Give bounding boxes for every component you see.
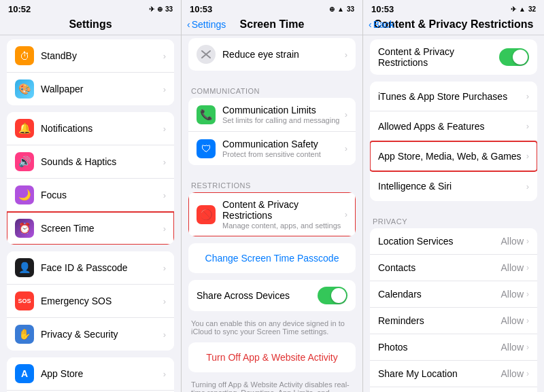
notifications-chevron: › [163,124,166,134]
share-across-toggle[interactable] [318,287,347,304]
share-across-item[interactable]: Share Across Devices [188,280,356,311]
turnoff-group: Turn Off App & Website Activity [188,342,356,372]
comm-limits-icon: 📞 [197,105,216,124]
section-privacy-label: PRIVACY [363,208,544,228]
cp-toggle[interactable] [499,48,529,66]
share-location-chevron: › [526,369,529,378]
sos-label: Emergency SOS [41,296,160,306]
calendars-value: Allow [501,289,524,300]
cp-toggle-knob [513,50,528,65]
battery2-icon: 33 [347,5,354,13]
airplane-icon: ✈ [149,5,154,13]
cp-toggle-item[interactable]: Content & Privacy Restrictions [370,39,537,75]
turnoff-label: Turn Off App & Website Activity [206,352,338,363]
photos-label: Photos [378,342,501,353]
time-3: 10:53 [371,4,394,14]
standby-item[interactable]: ⏱ StandBy › [7,39,174,73]
signal-icon: ⊕ [157,5,163,13]
sounds-icon: 🔊 [15,152,34,171]
reduce-chevron: › [345,50,347,60]
communication-group: 📞 Communication Limits Set limits for ca… [188,98,356,165]
back-chevron-icon: ‹ [187,19,190,30]
calendars-label: Calendars [378,289,501,300]
share-info: You can enable this on any device signed… [182,318,362,342]
content-privacy-item[interactable]: 🚫 Content & Privacy Restrictions Manage … [188,192,356,236]
screentime-scroll[interactable]: Reduce eye strain › COMMUNICATION 📞 Comm… [182,35,362,392]
intelligence-item[interactable]: Intelligence & Siri › [370,171,537,201]
contentprivacy-scroll[interactable]: Content & Privacy Restrictions iTunes & … [363,35,544,392]
comm-limits-item[interactable]: 📞 Communication Limits Set limits for ca… [188,98,356,132]
section-communication: COMMUNICATION [182,77,362,98]
appstore-media-item[interactable]: App Store, Media, Web, & Games › [370,141,537,171]
notifications-item[interactable]: 🔔 Notifications › [7,112,174,145]
signal2-icon: ▲ [337,5,344,13]
appstore-chevron: › [163,369,166,379]
intelligence-label: Intelligence & Siri [378,181,524,192]
settings-group-top: ⏱ StandBy › 🎨 Wallpaper › [7,39,174,105]
battery3-icon: 32 [528,5,536,13]
status-bar-3: 10:53 ✈ ▲ 32 [363,0,544,16]
change-passcode-item[interactable]: Change Screen Time Passcode [188,243,356,273]
notifications-icon: 🔔 [15,119,34,138]
allowed-apps-item[interactable]: Allowed Apps & Features › [370,111,537,141]
contacts-item[interactable]: Contacts Allow › [370,255,537,281]
screentime-nav: ‹ Settings Screen Time [182,16,362,35]
bluetooth-item[interactable]: Bluetooth Sharing Allow › [370,387,537,392]
location-item[interactable]: Location Services Allow › [370,228,537,255]
itunes-label: iTunes & App Store Purchases [378,91,524,102]
back-to-screentime[interactable]: ‹ Back [369,19,394,30]
reminders-item[interactable]: Reminders Allow › [370,308,537,334]
change-passcode-group: Change Screen Time Passcode [188,243,356,273]
focus-item[interactable]: 🌙 Focus › [7,179,174,212]
share-location-label: Share My Location [378,368,501,379]
sos-icon: SOS [15,291,34,310]
settings-scroll[interactable]: ⏱ StandBy › 🎨 Wallpaper › 🔔 Notification… [0,35,181,392]
battery-icon: 33 [165,5,173,13]
status-bar-1: 10:52 ✈ ⊕ 33 [0,0,181,16]
photos-item[interactable]: Photos Allow › [370,334,537,361]
share-across-label: Share Across Devices [197,290,318,301]
contentprivacy-nav-title: Content & Privacy Restrictions [374,18,534,31]
faceid-item[interactable]: 👤 Face ID & Passcode › [7,251,174,285]
back-to-settings[interactable]: ‹ Settings [187,19,226,30]
privacy-icon: ✋ [15,325,34,344]
appstore-item[interactable]: A App Store › [7,357,174,391]
screentime-item[interactable]: ⏰ Screen Time › [7,212,174,245]
photos-chevron: › [526,342,529,352]
comm-limits-chevron: › [345,109,347,120]
cp-toggle-label: Content & Privacy Restrictions [378,46,499,68]
turnoff-item[interactable]: Turn Off App & Website Activity [188,342,356,372]
share-location-item[interactable]: Share My Location Allow › [370,361,537,387]
wifi-icon: ⊕ [329,5,335,13]
sos-item[interactable]: SOS Emergency SOS › [7,285,174,318]
share-location-value: Allow [501,368,524,379]
comm-safety-item[interactable]: 🛡 Communication Safety Protect from sens… [188,132,356,165]
turnoff-info: Turning off App & Website Activity disab… [182,379,362,392]
screentime-nav-title: Screen Time [240,18,305,31]
content-privacy-subtitle: Manage content, apps, and settings [222,221,342,230]
status-icons-3: ✈ ▲ 32 [511,5,536,13]
itunes-chevron: › [526,91,529,101]
calendars-item[interactable]: Calendars Allow › [370,281,537,308]
panel-settings: 10:52 ✈ ⊕ 33 Settings ⏱ StandBy › 🎨 Wall… [0,0,182,392]
sounds-item[interactable]: 🔊 Sounds & Haptics › [7,145,174,179]
reduce-icon [197,45,216,64]
wallpaper-item[interactable]: 🎨 Wallpaper › [7,73,174,105]
comm-limits-subtitle: Set limits for calling and messaging [222,116,342,124]
itunes-item[interactable]: iTunes & App Store Purchases › [370,82,537,111]
privacy-group: Location Services Allow › Contacts Allow… [370,228,537,392]
reminders-chevron: › [526,316,529,325]
privacy-item[interactable]: ✋ Privacy & Security › [7,318,174,351]
content-privacy-label: Content & Privacy Restrictions [222,199,342,221]
location-value: Allow [501,236,524,247]
cp-toggle-group: Content & Privacy Restrictions [370,39,537,75]
standby-chevron: › [163,51,166,61]
change-passcode-label: Change Screen Time Passcode [205,253,339,264]
status-bar-2: 10:53 ⊕ ▲ 33 [182,0,362,16]
faceid-chevron: › [163,263,166,273]
standby-label: StandBy [41,50,160,61]
time-1: 10:52 [8,4,31,14]
reduce-item[interactable]: Reduce eye strain › [188,38,356,71]
section-restrictions: RESTRICTIONS [182,172,362,192]
back3-label: Back [373,19,394,30]
